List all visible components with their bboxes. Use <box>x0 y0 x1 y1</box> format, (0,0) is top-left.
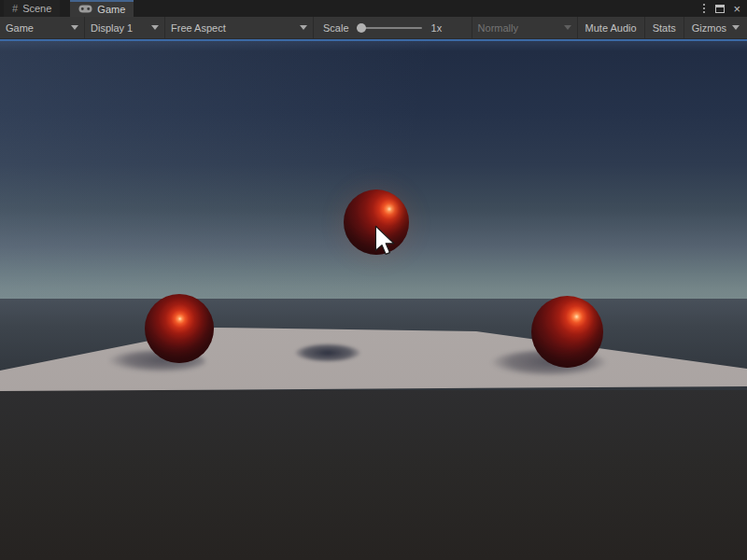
maximize-icon[interactable] <box>715 5 725 13</box>
scale-label: Scale <box>323 22 349 34</box>
sky-tint-overlay <box>0 41 747 299</box>
gizmos-dropdown[interactable]: Gizmos <box>684 17 747 39</box>
red-sphere-right[interactable] <box>531 296 603 368</box>
mute-audio-label: Mute Audio <box>585 22 637 34</box>
aspect-ratio-label: Free Aspect <box>171 22 294 34</box>
chevron-down-icon <box>564 25 571 30</box>
red-sphere-left[interactable] <box>145 294 214 363</box>
focused-view-highlight-line <box>0 39 747 41</box>
chevron-down-icon <box>300 25 307 30</box>
aspect-ratio-dropdown[interactable]: Free Aspect <box>165 17 313 39</box>
game-render-viewport[interactable] <box>0 41 747 560</box>
scale-slider-knob[interactable] <box>357 23 366 33</box>
play-focus-dropdown: Normally <box>472 17 577 39</box>
floating-sphere-shadow <box>295 343 360 362</box>
near-dark-ground <box>0 390 747 560</box>
chevron-down-icon <box>151 25 159 30</box>
display-dropdown[interactable]: Display 1 <box>85 17 164 39</box>
stats-button[interactable]: Stats <box>645 17 684 39</box>
scale-value: 1x <box>431 22 443 34</box>
gizmos-label: Gizmos <box>692 22 726 34</box>
tab-scene-label: Scene <box>22 3 51 14</box>
mouse-cursor-icon <box>374 225 397 263</box>
scale-control: Scale 1x <box>323 22 442 34</box>
gamepad-icon <box>78 5 92 15</box>
scene-grid-icon: # <box>12 4 18 14</box>
chevron-down-icon <box>732 25 740 30</box>
tab-bar: # Scene Game × <box>0 0 747 17</box>
menu-icon[interactable] <box>701 2 707 15</box>
display-label: Display 1 <box>91 22 146 34</box>
tab-scene[interactable]: # Scene <box>4 0 60 17</box>
stats-label: Stats <box>653 22 676 34</box>
view-mode-dropdown[interactable]: Game <box>0 17 84 39</box>
window-controls: × <box>701 0 747 17</box>
game-view-toolbar: Game Display 1 Free Aspect Scale 1x Norm… <box>0 17 747 39</box>
chevron-down-icon <box>71 25 78 30</box>
mute-audio-button[interactable]: Mute Audio <box>578 17 644 39</box>
tab-game[interactable]: Game <box>70 0 134 17</box>
scale-slider[interactable] <box>357 27 422 29</box>
tab-game-label: Game <box>97 4 125 15</box>
unity-game-view-window: # Scene Game × Game Display 1 <box>0 0 747 560</box>
separator <box>313 17 314 39</box>
play-focus-label: Normally <box>478 22 558 34</box>
close-icon[interactable]: × <box>733 3 740 15</box>
view-mode-label: Game <box>6 22 65 34</box>
